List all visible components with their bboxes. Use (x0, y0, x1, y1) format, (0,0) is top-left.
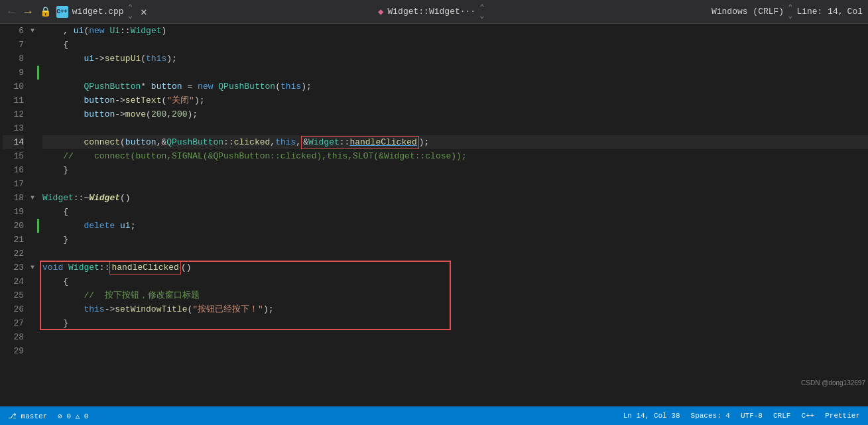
status-encoding[interactable]: UTF-8 (738, 412, 765, 420)
code-line-11: button->setText("关闭"); (42, 93, 868, 107)
diamond-icon: ◆ (378, 6, 383, 17)
code-line-14: connect(button,&QPushButton::clicked,thi… (42, 135, 868, 149)
close-tab-button[interactable]: ✕ (137, 5, 151, 19)
status-bar: ⎇ master ⊘ 0 △ 0 Ln 14, Col 38 Spaces: 4… (0, 406, 868, 425)
func-nav-arrows[interactable]: ⌃⌄ (479, 4, 484, 20)
file-nav-arrows[interactable]: ⌃⌄ (128, 4, 133, 20)
code-line-6: , ui(new Ui::Widget) (42, 24, 868, 38)
code-line-7: { (42, 38, 868, 52)
function-context-label: Widget::Widget··· (388, 7, 476, 17)
forward-button[interactable]: → (22, 4, 34, 20)
code-line-22 (42, 247, 868, 261)
code-content[interactable]: , ui(new Ui::Widget) { ui->setupUi(this)… (40, 24, 868, 406)
code-line-21: } (42, 233, 868, 247)
status-language[interactable]: C++ (798, 412, 817, 420)
back-button[interactable]: ← (5, 4, 18, 20)
modified-line-indicator-9 (37, 66, 39, 80)
code-line-8: ui->setupUi(this); (42, 52, 868, 66)
code-line-23: void Widget::handleClicked() (42, 261, 868, 274)
code-line-24: { (42, 274, 868, 288)
col-info-label: Col (847, 7, 863, 17)
code-line-25: // 按下按钮，修改窗口标题 (42, 288, 868, 302)
line-info-label: Line: 14, (796, 7, 843, 17)
os-nav-arrows[interactable]: ⌃⌄ (788, 4, 792, 20)
code-line-15: // connect(button,SIGNAL(&QPushButton::c… (42, 149, 868, 163)
fold-arrow-18[interactable]: ▼ (31, 191, 34, 205)
code-line-29 (42, 344, 868, 358)
filename-label: widget.cpp (72, 7, 124, 17)
code-line-17 (42, 177, 868, 191)
code-line-26: this->setWindowTitle("按钮已经按下！"); (42, 302, 868, 316)
line-number-gutter: 6 7 8 9 10 11 12 13 14 15 16 17 18 19 20… (0, 24, 29, 406)
folding-gutter: ▼ ▼ ▼ (29, 24, 40, 406)
code-line-13 (42, 121, 868, 135)
fold-arrow-23[interactable]: ▼ (31, 261, 34, 274)
code-line-20: delete ui; (42, 219, 868, 233)
title-bar: ← → 🔒 C++ widget.cpp ⌃⌄ ✕ ◆ Widget::Widg… (0, 0, 868, 24)
status-spaces[interactable]: Spaces: 4 (688, 412, 733, 420)
os-info-label: Windows (CRLF) (712, 7, 784, 17)
code-line-9 (42, 66, 868, 80)
status-errors[interactable]: ⊘ 0 △ 0 (55, 412, 91, 420)
code-line-12: button->move(200,200); (42, 107, 868, 121)
code-line-27: } (42, 316, 868, 330)
status-line-col[interactable]: Ln 14, Col 38 (621, 412, 683, 420)
code-line-28 (42, 330, 868, 344)
code-line-16: } (42, 163, 868, 177)
fold-arrow-6[interactable]: ▼ (31, 24, 34, 38)
lock-icon: 🔒 (38, 5, 52, 19)
status-formatter[interactable]: Prettier (822, 412, 863, 420)
status-line-ending[interactable]: CRLF (771, 412, 793, 420)
code-line-18: Widget::~Widget() (42, 191, 868, 205)
status-branch[interactable]: ⎇ master (5, 412, 50, 420)
modified-line-indicator-20 (37, 219, 39, 233)
watermark: CSDN @dong132697 (801, 379, 865, 387)
editor-area: 6 7 8 9 10 11 12 13 14 15 16 17 18 19 20… (0, 24, 868, 406)
code-line-19: { (42, 205, 868, 219)
file-type-icon: C++ (56, 6, 68, 18)
code-line-10: QPushButton* button = new QPushButton(th… (42, 80, 868, 93)
